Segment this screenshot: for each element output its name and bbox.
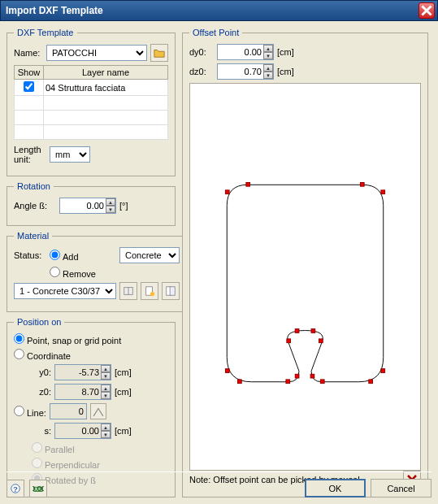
svg-rect-7 [225, 190, 229, 194]
titlebar: Import DXF Template [0, 0, 438, 21]
y0-label: y0: [32, 367, 51, 377]
dz0-unit: [cm] [277, 67, 294, 76]
svg-rect-10 [381, 369, 385, 373]
help-button[interactable]: ? [7, 480, 24, 497]
angle-spinner[interactable]: ▲▼ [106, 198, 115, 213]
dz0-spinner[interactable]: ▲▼ [263, 64, 273, 79]
svg-rect-6 [360, 182, 364, 186]
svg-rect-17 [287, 339, 291, 343]
svg-rect-12 [286, 380, 290, 384]
dy0-label: dy0: [189, 47, 214, 57]
s-label: s: [32, 426, 51, 436]
svg-rect-11 [237, 380, 241, 384]
rotation-group: Rotation Angle ß: ▲▼ [°] [7, 181, 176, 226]
material-type-combo[interactable]: Concrete [119, 247, 180, 263]
svg-rect-19 [295, 329, 299, 333]
edit-material-button[interactable] [162, 282, 180, 300]
svg-rect-16 [310, 374, 314, 378]
ok-button[interactable]: OK [305, 479, 366, 497]
position-point-radio[interactable]: Point, snap or grid point [14, 333, 121, 345]
offset-legend: Offset Point [189, 28, 242, 37]
dy0-unit: [cm] [277, 47, 294, 57]
svg-rect-15 [295, 374, 299, 378]
material-legend: Material [14, 231, 52, 241]
s-spinner[interactable]: ▲▼ [101, 424, 111, 438]
table-row [15, 125, 168, 140]
z0-spinner[interactable]: ▲▼ [101, 385, 111, 399]
svg-rect-9 [225, 369, 229, 373]
line-perp-radio: Perpendicular [32, 458, 100, 470]
material-combo[interactable]: 1 - Concrete C30/37 [14, 283, 116, 299]
layer-name-cell[interactable]: 04 Struttura facciata [44, 80, 168, 96]
length-unit-combo[interactable]: mm [50, 146, 90, 163]
angle-label: Angle ß: [14, 201, 56, 211]
window-title: Import DXF Template [6, 5, 418, 16]
position-legend: Position on [14, 317, 64, 327]
col-layer: Layer name [44, 66, 168, 80]
svg-rect-14 [369, 380, 373, 384]
svg-text:?: ? [13, 484, 18, 493]
preview-shape [190, 84, 420, 470]
svg-rect-20 [311, 329, 315, 333]
length-unit-label: Length unit: [14, 145, 46, 164]
dy0-spinner[interactable]: ▲▼ [263, 45, 273, 59]
status-add-radio[interactable]: Add [50, 252, 79, 262]
z0-label: z0: [32, 387, 51, 397]
svg-rect-18 [319, 339, 323, 343]
svg-rect-13 [320, 380, 324, 384]
rotation-legend: Rotation [14, 181, 54, 191]
svg-text:0.00: 0.00 [33, 483, 44, 492]
dxf-template-legend: DXF Template [14, 28, 77, 37]
layer-show-checkbox[interactable] [24, 81, 34, 92]
cancel-button[interactable]: Cancel [371, 479, 431, 497]
layer-table: Show Layer name 04 Struttura facciata [14, 65, 168, 140]
material-group: Material Status: Add Concrete Remove 1 -… [7, 231, 187, 312]
status-label: Status: [14, 250, 46, 260]
library-button[interactable] [119, 282, 137, 300]
svg-point-2 [150, 292, 154, 296]
line-input[interactable] [50, 403, 87, 419]
position-group: Position on Point, snap or grid point Co… [7, 317, 176, 497]
y0-unit: [cm] [115, 367, 132, 377]
line-parallel-radio: Parallel [32, 442, 75, 454]
pick-line-button[interactable] [90, 403, 106, 419]
position-line-radio[interactable]: Line: [14, 406, 46, 418]
open-file-button[interactable] [150, 44, 168, 62]
svg-rect-5 [246, 182, 250, 186]
z0-unit: [cm] [115, 387, 132, 397]
col-show: Show [15, 66, 44, 80]
svg-rect-8 [381, 190, 385, 194]
table-row [15, 96, 168, 111]
table-row: 04 Struttura facciata [15, 80, 168, 96]
new-material-button[interactable] [141, 282, 158, 300]
name-combo[interactable]: PATOCCHI [46, 45, 147, 61]
table-row [15, 111, 168, 125]
svg-rect-4 [170, 287, 175, 296]
y0-spinner[interactable]: ▲▼ [101, 365, 111, 380]
preview-canvas[interactable] [189, 83, 421, 471]
offset-group: Offset Point dy0: ▲▼ [cm] dz0: ▲▼ [cm] [182, 28, 428, 497]
dxf-template-group: DXF Template Name: PATOCCHI Show Layer n… [7, 28, 176, 176]
close-icon[interactable] [418, 2, 435, 19]
units-button[interactable]: 0.00 [29, 480, 47, 497]
status-remove-radio[interactable]: Remove [50, 267, 96, 279]
position-coord-radio[interactable]: Coordinate [14, 349, 71, 361]
name-label: Name: [14, 48, 43, 58]
dz0-label: dz0: [189, 67, 214, 76]
angle-unit: [°] [119, 201, 128, 211]
s-unit: [cm] [115, 426, 132, 436]
bottom-bar: ? 0.00 OK Cancel [7, 471, 431, 497]
